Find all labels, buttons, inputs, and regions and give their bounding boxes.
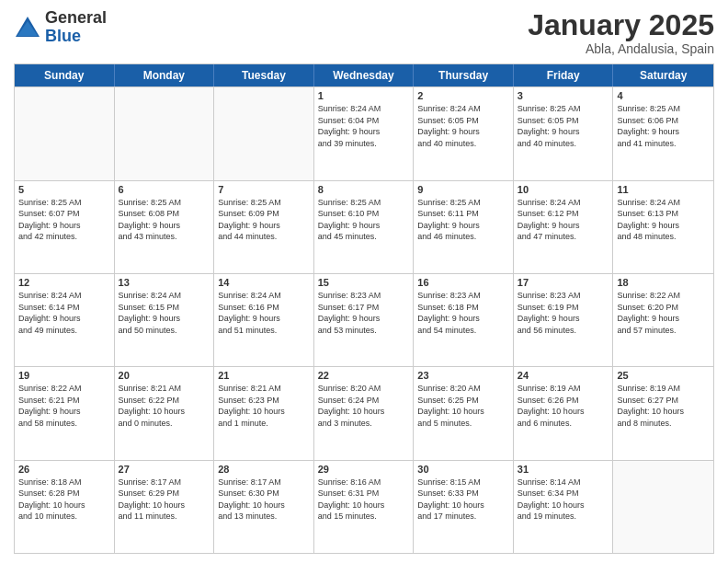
day-number: 14: [218, 277, 310, 288]
day-info: Sunrise: 8:24 AM Sunset: 6:12 PM Dayligh…: [518, 197, 609, 243]
day-cell-10: 10Sunrise: 8:24 AM Sunset: 6:12 PM Dayli…: [514, 181, 614, 273]
day-number: 16: [417, 277, 509, 288]
week-row-2: 5Sunrise: 8:25 AM Sunset: 6:07 PM Daylig…: [15, 180, 713, 273]
calendar-body: 1Sunrise: 8:24 AM Sunset: 6:04 PM Daylig…: [15, 86, 713, 553]
col-header-friday: Friday: [514, 64, 614, 86]
day-cell-13: 13Sunrise: 8:24 AM Sunset: 6:15 PM Dayli…: [115, 274, 215, 366]
day-number: 25: [617, 370, 710, 381]
day-info: Sunrise: 8:22 AM Sunset: 6:21 PM Dayligh…: [18, 383, 110, 429]
day-info: Sunrise: 8:25 AM Sunset: 6:06 PM Dayligh…: [617, 103, 710, 149]
day-number: 4: [617, 90, 710, 101]
day-number: 18: [617, 277, 710, 288]
day-cell-2: 2Sunrise: 8:24 AM Sunset: 6:05 PM Daylig…: [414, 87, 514, 179]
day-cell-11: 11Sunrise: 8:24 AM Sunset: 6:13 PM Dayli…: [613, 181, 713, 273]
day-cell-empty: [15, 87, 115, 179]
day-cell-4: 4Sunrise: 8:25 AM Sunset: 6:06 PM Daylig…: [613, 87, 713, 179]
col-header-saturday: Saturday: [613, 64, 713, 86]
day-number: 11: [617, 184, 710, 195]
day-cell-20: 20Sunrise: 8:21 AM Sunset: 6:22 PM Dayli…: [115, 367, 215, 459]
day-cell-6: 6Sunrise: 8:25 AM Sunset: 6:08 PM Daylig…: [115, 181, 215, 273]
day-number: 31: [518, 464, 609, 475]
day-info: Sunrise: 8:25 AM Sunset: 6:10 PM Dayligh…: [318, 197, 410, 243]
calendar: SundayMondayTuesdayWednesdayThursdayFrid…: [14, 63, 714, 554]
day-info: Sunrise: 8:20 AM Sunset: 6:24 PM Dayligh…: [318, 383, 410, 429]
day-info: Sunrise: 8:21 AM Sunset: 6:22 PM Dayligh…: [119, 383, 210, 429]
day-cell-25: 25Sunrise: 8:19 AM Sunset: 6:27 PM Dayli…: [613, 367, 713, 459]
header: General Blue January 2025 Abla, Andalusi…: [14, 9, 714, 56]
day-cell-27: 27Sunrise: 8:17 AM Sunset: 6:29 PM Dayli…: [115, 461, 215, 553]
col-header-thursday: Thursday: [414, 64, 514, 86]
col-header-monday: Monday: [115, 64, 215, 86]
day-cell-18: 18Sunrise: 8:22 AM Sunset: 6:20 PM Dayli…: [613, 274, 713, 366]
day-info: Sunrise: 8:23 AM Sunset: 6:19 PM Dayligh…: [518, 290, 609, 336]
title-block: January 2025 Abla, Andalusia, Spain: [528, 9, 714, 56]
day-number: 17: [518, 277, 609, 288]
day-info: Sunrise: 8:25 AM Sunset: 6:05 PM Dayligh…: [518, 103, 609, 149]
day-cell-7: 7Sunrise: 8:25 AM Sunset: 6:09 PM Daylig…: [214, 181, 314, 273]
day-cell-28: 28Sunrise: 8:17 AM Sunset: 6:30 PM Dayli…: [214, 461, 314, 553]
column-headers: SundayMondayTuesdayWednesdayThursdayFrid…: [15, 64, 713, 86]
day-number: 23: [417, 370, 509, 381]
day-number: 21: [218, 370, 310, 381]
week-row-1: 1Sunrise: 8:24 AM Sunset: 6:04 PM Daylig…: [15, 86, 713, 179]
day-cell-empty: [115, 87, 215, 179]
col-header-sunday: Sunday: [15, 64, 115, 86]
day-number: 3: [518, 90, 609, 101]
calendar-title: January 2025: [528, 9, 714, 41]
day-number: 13: [119, 277, 210, 288]
day-cell-1: 1Sunrise: 8:24 AM Sunset: 6:04 PM Daylig…: [314, 87, 415, 179]
day-cell-5: 5Sunrise: 8:25 AM Sunset: 6:07 PM Daylig…: [15, 181, 115, 273]
day-info: Sunrise: 8:20 AM Sunset: 6:25 PM Dayligh…: [417, 383, 509, 429]
logo-text: General Blue: [45, 9, 107, 46]
calendar-subtitle: Abla, Andalusia, Spain: [528, 41, 714, 56]
day-info: Sunrise: 8:17 AM Sunset: 6:29 PM Dayligh…: [119, 477, 210, 523]
day-cell-26: 26Sunrise: 8:18 AM Sunset: 6:28 PM Dayli…: [15, 461, 115, 553]
day-cell-21: 21Sunrise: 8:21 AM Sunset: 6:23 PM Dayli…: [214, 367, 314, 459]
day-info: Sunrise: 8:19 AM Sunset: 6:27 PM Dayligh…: [617, 383, 710, 429]
day-info: Sunrise: 8:24 AM Sunset: 6:16 PM Dayligh…: [218, 290, 310, 336]
page: General Blue January 2025 Abla, Andalusi…: [0, 0, 728, 563]
day-cell-3: 3Sunrise: 8:25 AM Sunset: 6:05 PM Daylig…: [514, 87, 614, 179]
day-number: 19: [18, 370, 110, 381]
day-number: 9: [417, 184, 509, 195]
day-cell-12: 12Sunrise: 8:24 AM Sunset: 6:14 PM Dayli…: [15, 274, 115, 366]
day-cell-23: 23Sunrise: 8:20 AM Sunset: 6:25 PM Dayli…: [414, 367, 514, 459]
day-info: Sunrise: 8:14 AM Sunset: 6:34 PM Dayligh…: [518, 477, 609, 523]
day-info: Sunrise: 8:24 AM Sunset: 6:14 PM Dayligh…: [18, 290, 110, 336]
day-number: 6: [119, 184, 210, 195]
day-cell-8: 8Sunrise: 8:25 AM Sunset: 6:10 PM Daylig…: [314, 181, 415, 273]
day-info: Sunrise: 8:25 AM Sunset: 6:07 PM Dayligh…: [18, 197, 110, 243]
day-info: Sunrise: 8:17 AM Sunset: 6:30 PM Dayligh…: [218, 477, 310, 523]
week-row-3: 12Sunrise: 8:24 AM Sunset: 6:14 PM Dayli…: [15, 273, 713, 366]
day-number: 1: [318, 90, 410, 101]
logo-general: General: [45, 8, 107, 27]
day-number: 10: [518, 184, 609, 195]
day-number: 20: [119, 370, 210, 381]
logo: General Blue: [14, 9, 107, 46]
day-cell-22: 22Sunrise: 8:20 AM Sunset: 6:24 PM Dayli…: [314, 367, 415, 459]
day-info: Sunrise: 8:24 AM Sunset: 6:05 PM Dayligh…: [417, 103, 509, 149]
day-cell-16: 16Sunrise: 8:23 AM Sunset: 6:18 PM Dayli…: [414, 274, 514, 366]
logo-blue: Blue: [45, 27, 81, 45]
day-number: 30: [417, 464, 509, 475]
day-info: Sunrise: 8:22 AM Sunset: 6:20 PM Dayligh…: [617, 290, 710, 336]
day-number: 8: [318, 184, 410, 195]
day-info: Sunrise: 8:23 AM Sunset: 6:18 PM Dayligh…: [417, 290, 509, 336]
day-number: 28: [218, 464, 310, 475]
day-cell-14: 14Sunrise: 8:24 AM Sunset: 6:16 PM Dayli…: [214, 274, 314, 366]
week-row-5: 26Sunrise: 8:18 AM Sunset: 6:28 PM Dayli…: [15, 460, 713, 553]
day-cell-9: 9Sunrise: 8:25 AM Sunset: 6:11 PM Daylig…: [414, 181, 514, 273]
day-number: 12: [18, 277, 110, 288]
day-number: 26: [18, 464, 110, 475]
day-number: 2: [417, 90, 509, 101]
day-cell-24: 24Sunrise: 8:19 AM Sunset: 6:26 PM Dayli…: [514, 367, 614, 459]
day-info: Sunrise: 8:19 AM Sunset: 6:26 PM Dayligh…: [518, 383, 609, 429]
day-info: Sunrise: 8:18 AM Sunset: 6:28 PM Dayligh…: [18, 477, 110, 523]
day-cell-empty: [214, 87, 314, 179]
day-number: 24: [518, 370, 609, 381]
day-cell-19: 19Sunrise: 8:22 AM Sunset: 6:21 PM Dayli…: [15, 367, 115, 459]
logo-icon: [14, 14, 41, 41]
day-cell-17: 17Sunrise: 8:23 AM Sunset: 6:19 PM Dayli…: [514, 274, 614, 366]
day-number: 27: [119, 464, 210, 475]
day-info: Sunrise: 8:25 AM Sunset: 6:11 PM Dayligh…: [417, 197, 509, 243]
